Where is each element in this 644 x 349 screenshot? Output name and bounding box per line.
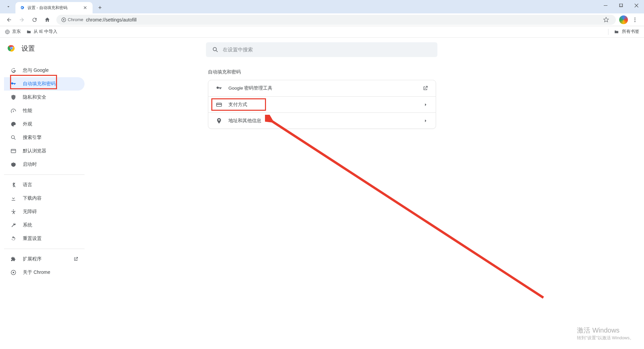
annotation-arrow — [265, 115, 550, 303]
window-controls — [598, 0, 644, 11]
row-label: Google 密码管理工具 — [228, 85, 416, 91]
extension-icon — [10, 256, 17, 262]
site-info-icon[interactable]: Chrome — [61, 17, 83, 22]
back-button[interactable] — [3, 14, 15, 26]
sidebar-item-accessibility[interactable]: 无障碍 — [4, 205, 85, 218]
all-bookmarks-button[interactable]: 所有书签 — [622, 29, 639, 35]
svg-point-13 — [213, 47, 216, 51]
sidebar-item-privacy[interactable]: 隐私和安全 — [4, 91, 85, 104]
bookmark-label: 京东 — [12, 29, 21, 35]
home-button[interactable] — [42, 14, 53, 26]
sidebar-item-extensions[interactable]: 扩展程序 — [4, 252, 85, 266]
sidebar-item-label: 外观 — [23, 121, 32, 127]
wrench-icon — [10, 222, 17, 228]
bookmark-jd[interactable]: 京东 — [5, 29, 21, 35]
bookmarks-bar: 京东 从 IE 中导入 所有书签 — [0, 26, 644, 38]
globe-icon — [5, 29, 10, 35]
search-icon — [10, 135, 17, 141]
sidebar-item-languages[interactable]: 语言 — [4, 178, 85, 192]
sidebar-item-label: 您与 Google — [23, 67, 49, 73]
row-label: 地址和其他信息 — [228, 118, 417, 124]
chevron-right-icon — [423, 102, 428, 107]
sidebar-item-about-chrome[interactable]: 关于 Chrome — [4, 266, 85, 279]
sidebar-item-appearance[interactable]: 外观 — [4, 117, 85, 131]
sidebar-item-label: 语言 — [23, 182, 32, 188]
settings-header: 设置 — [7, 44, 35, 53]
folder-icon — [614, 29, 619, 35]
sidebar-item-label: 重置设置 — [23, 236, 42, 242]
settings-sidebar: 您与 Google 自动填充和密码 隐私和安全 性能 外观 搜索引擎 默认浏览器… — [4, 64, 85, 279]
url-text: chrome://settings/autofill — [86, 17, 137, 22]
reload-button[interactable] — [29, 14, 40, 26]
watermark-title: 激活 Windows — [577, 326, 634, 335]
sidebar-item-label: 启动时 — [23, 161, 37, 167]
svg-point-12 — [11, 48, 12, 49]
bookmark-label: 从 IE 中导入 — [34, 29, 57, 35]
download-icon — [10, 195, 17, 201]
sidebar-item-label: 关于 Chrome — [23, 269, 50, 276]
sidebar-item-on-startup[interactable]: 启动时 — [4, 158, 85, 171]
sidebar-item-default-browser[interactable]: 默认浏览器 — [4, 144, 85, 158]
sidebar-item-performance[interactable]: 性能 — [4, 104, 85, 117]
sidebar-item-downloads[interactable]: 下载内容 — [4, 192, 85, 205]
chrome-logo-icon — [7, 44, 16, 53]
svg-point-4 — [63, 19, 64, 20]
palette-icon — [10, 121, 17, 127]
divider — [4, 249, 85, 249]
external-link-icon — [422, 85, 428, 91]
address-bar[interactable]: Chrome chrome://settings/autofill — [56, 15, 616, 25]
speedometer-icon — [10, 108, 17, 114]
browser-tab[interactable]: 设置 - 自动填充和密码 ✕ — [15, 2, 93, 13]
titlebar: 设置 - 自动填充和密码 ✕ + — [0, 0, 644, 13]
forward-button[interactable] — [16, 14, 28, 26]
svg-point-14 — [11, 136, 14, 139]
maximize-button[interactable] — [613, 0, 629, 11]
google-g-icon — [10, 67, 17, 73]
row-addresses[interactable]: 地址和其他信息 — [208, 112, 436, 129]
bookmark-ie-import[interactable]: 从 IE 中导入 — [26, 29, 57, 35]
svg-point-18 — [13, 272, 14, 273]
minimize-button[interactable] — [598, 0, 613, 11]
location-icon — [216, 117, 222, 124]
separator — [608, 29, 608, 35]
profile-avatar[interactable] — [619, 15, 628, 24]
search-placeholder: 在设置中搜索 — [223, 47, 253, 53]
annotation-highlight-payment — [211, 98, 266, 111]
gear-icon — [19, 5, 25, 10]
sidebar-item-label: 隐私和安全 — [23, 94, 46, 100]
divider — [4, 174, 85, 175]
sidebar-item-system[interactable]: 系统 — [4, 218, 85, 232]
power-icon — [10, 161, 17, 167]
browser-toolbar: Chrome chrome://settings/autofill — [0, 13, 644, 26]
windows-activation-watermark: 激活 Windows 转到"设置"以激活 Windows。 — [577, 326, 634, 341]
bookmark-star-icon[interactable] — [601, 17, 611, 23]
annotation-highlight-sidebar — [10, 75, 57, 89]
svg-point-6 — [635, 19, 636, 20]
sidebar-item-label: 扩展程序 — [23, 256, 42, 262]
search-icon — [212, 46, 219, 53]
tab-title: 设置 - 自动填充和密码 — [28, 5, 79, 11]
svg-rect-2 — [620, 4, 623, 7]
settings-search-input[interactable]: 在设置中搜索 — [206, 42, 437, 57]
tab-search-dropdown-icon[interactable] — [3, 2, 13, 12]
accessibility-icon — [10, 209, 17, 215]
external-link-icon — [73, 256, 78, 262]
kebab-menu-icon[interactable] — [629, 14, 641, 26]
shield-icon — [10, 94, 17, 100]
sidebar-item-search-engine[interactable]: 搜索引擎 — [4, 131, 85, 144]
sidebar-item-label: 系统 — [23, 222, 32, 228]
page-title: 设置 — [21, 44, 35, 53]
folder-icon — [26, 29, 32, 35]
svg-rect-15 — [11, 149, 16, 153]
row-password-manager[interactable]: Google 密码管理工具 — [208, 80, 436, 96]
sidebar-item-label: 无障碍 — [23, 209, 37, 215]
sidebar-item-reset[interactable]: 重置设置 — [4, 232, 85, 245]
browser-icon — [10, 148, 17, 154]
translate-icon — [10, 182, 17, 188]
close-window-button[interactable] — [629, 0, 644, 11]
close-tab-icon[interactable]: ✕ — [82, 5, 89, 10]
watermark-subtitle: 转到"设置"以激活 Windows。 — [577, 335, 634, 341]
svg-point-5 — [635, 17, 636, 18]
key-icon — [216, 85, 222, 92]
new-tab-button[interactable]: + — [95, 3, 105, 12]
